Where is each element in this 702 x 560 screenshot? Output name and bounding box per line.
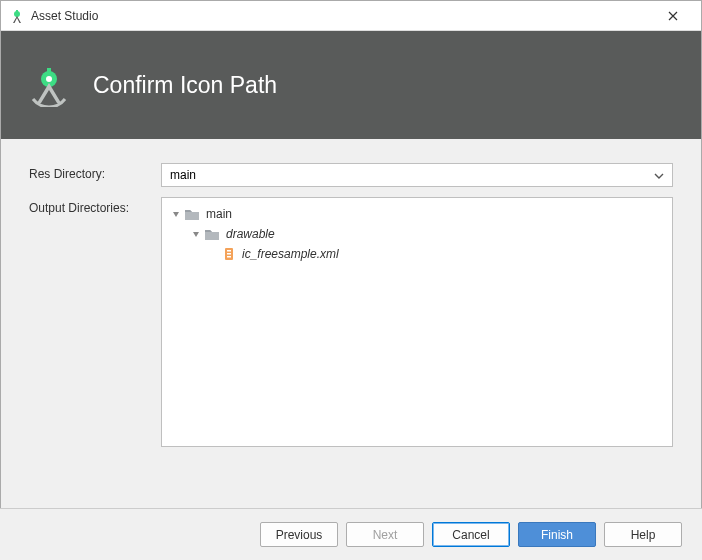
finish-button[interactable]: Finish	[518, 522, 596, 547]
res-directory-dropdown[interactable]: main	[161, 163, 673, 187]
svg-rect-3	[47, 68, 51, 73]
xml-file-icon	[222, 247, 236, 261]
res-directory-value: main	[170, 168, 196, 182]
close-button[interactable]	[653, 2, 693, 30]
button-bar: Previous Next Cancel Finish Help	[0, 508, 702, 560]
titlebar: Asset Studio	[1, 1, 701, 31]
svg-rect-7	[227, 253, 231, 255]
res-directory-label: Res Directory:	[29, 163, 161, 181]
chevron-down-icon	[654, 168, 664, 182]
svg-point-4	[46, 76, 52, 82]
tree-row-file[interactable]: ic_freesample.xml	[170, 244, 664, 264]
previous-button[interactable]: Previous	[260, 522, 338, 547]
output-directories-label: Output Directories:	[29, 197, 161, 215]
tree-node-label: main	[206, 207, 232, 221]
tree-node-label: drawable	[226, 227, 275, 241]
banner: Confirm Icon Path	[1, 31, 701, 139]
output-directories-tree[interactable]: main drawable	[161, 197, 673, 447]
content-area: Res Directory: main Output Directories:	[1, 139, 701, 467]
tree-node-label: ic_freesample.xml	[242, 247, 339, 261]
next-button: Next	[346, 522, 424, 547]
svg-rect-8	[227, 256, 231, 258]
banner-title: Confirm Icon Path	[93, 72, 277, 99]
help-button[interactable]: Help	[604, 522, 682, 547]
android-studio-logo-icon	[27, 63, 71, 107]
tree-row-main[interactable]: main	[170, 204, 664, 224]
folder-icon	[184, 207, 200, 221]
tree-caret-icon[interactable]	[190, 227, 202, 241]
window-title: Asset Studio	[31, 9, 653, 23]
cancel-button[interactable]: Cancel	[432, 522, 510, 547]
tree-row-drawable[interactable]: drawable	[170, 224, 664, 244]
svg-rect-1	[16, 10, 18, 12]
android-studio-app-icon	[9, 8, 25, 24]
folder-icon	[204, 227, 220, 241]
svg-rect-6	[227, 250, 231, 252]
tree-caret-icon[interactable]	[170, 207, 182, 221]
